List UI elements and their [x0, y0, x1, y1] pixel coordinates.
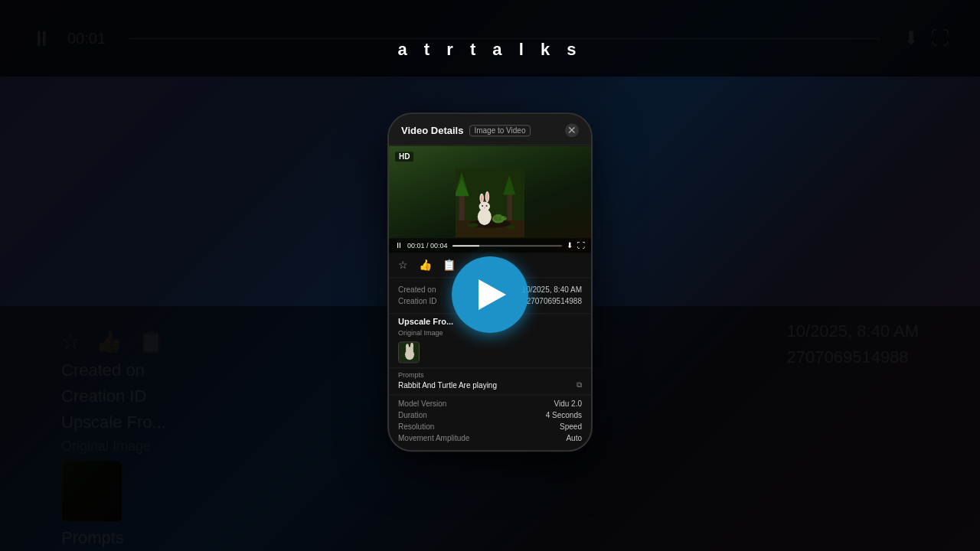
copy-icon[interactable]: ⧉ — [577, 380, 582, 390]
video-container: HD ⏸ 00:01 / 00:04 ⬇ ⛶ — [389, 145, 591, 253]
play-triangle-icon — [479, 279, 506, 310]
share-icon[interactable]: 📋 — [443, 259, 456, 271]
svg-point-16 — [484, 207, 485, 209]
play-button[interactable] — [452, 256, 528, 333]
resolution-value: Speed — [560, 422, 582, 431]
prompt-text-row: Rabbit And Turtle Are playing ⧉ — [398, 380, 582, 390]
original-image-thumb — [398, 341, 420, 363]
model-version-value: Vidu 2.0 — [554, 399, 582, 408]
model-version-row: Model Version Vidu 2.0 — [398, 398, 582, 409]
svg-point-9 — [479, 202, 490, 212]
created-on-value: 10/2025, 8:40 AM — [522, 285, 582, 294]
movement-row: Movement Amplitude Auto — [398, 432, 582, 444]
pause-button[interactable]: ⏸ — [395, 241, 403, 249]
movement-value: Auto — [566, 434, 582, 442]
svg-point-22 — [467, 223, 478, 227]
progress-fill — [452, 245, 480, 246]
scene-illustration — [456, 168, 524, 237]
resolution-label: Resolution — [398, 422, 434, 431]
modal-header: Video Details Image to Video ✕ — [389, 114, 591, 145]
model-version-label: Model Version — [398, 399, 446, 408]
prompt-text: Rabbit And Turtle Are playing — [398, 381, 572, 390]
created-on-label: Created on — [398, 285, 436, 294]
duration-value: 4 Seconds — [546, 411, 582, 419]
duration-label: Duration — [398, 411, 427, 419]
video-controls: ⏸ 00:01 / 00:04 ⬇ ⛶ — [389, 238, 591, 253]
prompts-section: Prompts Rabbit And Turtle Are playing ⧉ — [389, 367, 591, 394]
svg-point-12 — [481, 195, 483, 202]
expand-icon[interactable]: ⛶ — [577, 241, 585, 249]
svg-point-21 — [505, 217, 505, 218]
hd-badge: HD — [395, 152, 413, 161]
channel-title: a t r t a l k s — [397, 40, 582, 60]
modal-close-button[interactable]: ✕ — [565, 123, 579, 137]
download-icon[interactable]: ⬇ — [567, 241, 573, 249]
modal-badge: Image to Video — [469, 125, 530, 136]
modal-overlay: Video Details Image to Video ✕ — [0, 0, 980, 551]
video-time: 00:01 / 00:04 — [407, 242, 448, 249]
star-icon[interactable]: ☆ — [398, 259, 408, 271]
movement-label: Movement Amplitude — [398, 434, 469, 442]
duration-row: Duration 4 Seconds — [398, 409, 582, 421]
svg-point-27 — [406, 344, 409, 350]
thumbs-up-icon[interactable]: 👍 — [419, 259, 432, 271]
svg-point-15 — [485, 205, 487, 207]
video-thumbnail — [389, 145, 591, 253]
creation-id-value: 2707069514988 — [527, 297, 582, 305]
svg-point-20 — [501, 216, 506, 220]
creation-id-label: Creation ID — [398, 297, 437, 305]
resolution-row: Resolution Speed — [398, 421, 582, 432]
model-details: Model Version Vidu 2.0 Duration 4 Second… — [389, 394, 591, 450]
progress-bar[interactable] — [452, 245, 562, 246]
prompts-label: Prompts — [398, 371, 582, 379]
svg-point-13 — [486, 193, 488, 201]
modal-title: Video Details — [401, 125, 463, 136]
svg-point-23 — [506, 226, 516, 230]
svg-point-28 — [410, 343, 413, 350]
svg-point-14 — [482, 205, 483, 207]
